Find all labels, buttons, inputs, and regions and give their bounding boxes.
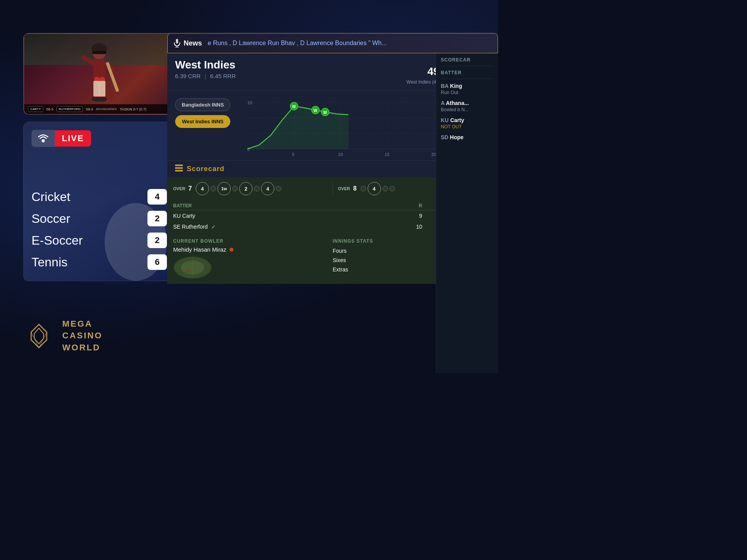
sport-item-esoccer[interactable]: E-Soccer 2 — [32, 229, 167, 251]
ball-indicator — [230, 248, 233, 252]
col-r: R — [399, 203, 422, 208]
player-rutherford: RUTHERFORD — [56, 106, 83, 112]
over7-group: OVER 7 4 1w 2 4 — [173, 182, 328, 195]
bowler-label: CURRENT BOWLER — [173, 238, 333, 244]
player3-name: KU Carty — [441, 117, 493, 123]
ball-4a: 4 — [196, 182, 209, 195]
svg-text:5: 5 — [292, 152, 295, 157]
player1-status: Run Out — [441, 90, 493, 95]
svg-point-14 — [42, 139, 45, 142]
ball-4b: 4 — [261, 182, 274, 195]
svg-rect-9 — [93, 81, 100, 96]
svg-text:W: W — [323, 110, 327, 115]
batter2-name: SE Rutherford ✓ — [173, 224, 399, 230]
sport-name-esoccer: E-Soccer — [32, 233, 83, 248]
video-thumbnail[interactable]: CARTY 58-3 RUTHERFORD 59-3 BOUNDARIES TA… — [23, 33, 175, 115]
sport-count-cricket: 4 — [147, 189, 167, 205]
ball-dot4 — [276, 186, 281, 191]
svg-rect-43 — [175, 164, 183, 166]
chart-legend: Bangladesh INNS West Indies INNS — [175, 94, 230, 128]
bowler-taskin: TASKIN 0-7 (0.7) — [120, 107, 146, 111]
svg-text:W: W — [292, 105, 296, 109]
batter1-name: KU Carty — [173, 213, 399, 219]
col-batter: BATTER — [173, 203, 399, 208]
team-info: West Indies 6.39 CRR | 6.45 RRR — [175, 59, 407, 79]
sport-item-tennis[interactable]: Tennis 6 — [32, 251, 167, 273]
sidebar-player-2: A Athana... Bowled b N... — [441, 100, 493, 112]
player2-name: A Athana... — [441, 100, 493, 106]
sport-count-soccer: 2 — [147, 211, 167, 226]
pitch-visual — [173, 256, 212, 279]
news-bar: News e Runs , D Lawrence Run Bhav , D La… — [167, 33, 498, 53]
live-badge: LIVE — [32, 130, 91, 147]
logo-text: MEGA CASINO WORLD — [62, 318, 103, 354]
bowler-name: Mehidy Hasan Miraz — [173, 246, 333, 253]
batter1-r: 9 — [399, 213, 422, 219]
casino-logo-icon — [23, 320, 54, 352]
sport-item-cricket[interactable]: Cricket 4 — [32, 186, 167, 208]
sidebar-player-4: SD Hope — [441, 134, 493, 140]
ball-2: 2 — [239, 182, 253, 195]
sport-name-cricket: Cricket — [32, 190, 70, 204]
svg-point-49 — [186, 269, 189, 272]
scorecard-text: Scorecard — [187, 165, 224, 173]
sidebar-batter-header: BATTER — [441, 70, 493, 79]
ball-dot1 — [210, 186, 216, 191]
bowler-section: CURRENT BOWLER Mehidy Hasan Miraz — [173, 238, 333, 281]
svg-text:15: 15 — [385, 152, 389, 157]
player1-name: BA King — [441, 83, 493, 89]
score2-display: 59-3 — [86, 107, 93, 111]
sports-list: Cricket 4 Soccer 2 E-Soccer 2 Tennis 6 — [32, 186, 167, 273]
svg-rect-44 — [175, 167, 183, 169]
over8-number: 8 — [353, 185, 357, 192]
batting-indicator: ✓ — [211, 224, 216, 230]
ball-dot6 — [382, 186, 388, 191]
sport-name-tennis: Tennis — [32, 255, 68, 270]
sidebar-player-1: BA King Run Out — [441, 83, 493, 95]
over7-label: OVER — [173, 186, 185, 191]
svg-text:10: 10 — [247, 100, 252, 105]
svg-rect-18 — [176, 39, 178, 44]
over-divider — [333, 183, 333, 194]
player3-status: NOT OUT — [441, 124, 493, 130]
ball-dot2 — [232, 186, 238, 191]
ball-4c: 4 — [368, 182, 381, 195]
player-carty: CARTY — [28, 106, 43, 112]
player-figure — [76, 40, 123, 102]
main-panel: News e Runs , D Lawrence Run Bhav , D La… — [167, 33, 498, 373]
over8-label: OVER — [338, 186, 350, 191]
svg-text:W: W — [314, 108, 317, 113]
scorecard-icon — [175, 164, 183, 173]
sport-name-soccer: Soccer — [32, 212, 70, 226]
west-indies-inns-btn[interactable]: West Indies INNS — [175, 115, 230, 128]
ball-dot5 — [361, 186, 366, 191]
logo-section: MEGA CASINO WORLD — [23, 318, 103, 354]
microphone-icon — [174, 39, 181, 47]
right-sidebar: SCORECAR BATTER BA King Run Out A Athana… — [436, 53, 498, 373]
svg-rect-45 — [175, 170, 183, 172]
score-display: 58-3 — [46, 107, 53, 111]
bangladesh-inns-btn[interactable]: Bangladesh INNS — [175, 98, 230, 111]
sport-item-soccer[interactable]: Soccer 2 — [32, 208, 167, 229]
broadcast-icon — [37, 133, 49, 144]
left-panel: CARTY 58-3 RUTHERFORD 59-3 BOUNDARIES TA… — [23, 33, 175, 281]
video-overlay: CARTY 58-3 RUTHERFORD 59-3 BOUNDARIES TA… — [24, 104, 174, 114]
svg-rect-2 — [92, 51, 106, 54]
live-text: LIVE — [55, 130, 91, 147]
svg-rect-10 — [99, 81, 105, 96]
sidebar-player-3: KU Carty NOT OUT — [441, 117, 493, 130]
svg-rect-3 — [93, 59, 105, 78]
team-name: West Indies — [175, 59, 407, 71]
news-ticker: e Runs , D Lawrence Run Bhav , D Lawrenc… — [208, 40, 387, 47]
ball-dot3 — [254, 186, 260, 191]
svg-text:10: 10 — [338, 152, 343, 157]
crr-rrr: 6.39 CRR | 6.45 RRR — [175, 73, 407, 79]
svg-marker-31 — [247, 106, 349, 149]
sport-count-tennis: 6 — [147, 254, 167, 270]
live-panel: LIVE Cricket 4 Soccer 2 E-Soccer 2 Tenni… — [23, 122, 175, 281]
ball-1w: 1w — [217, 182, 231, 195]
boundaries-label: BOUNDARIES — [96, 107, 117, 111]
batter2-r: 10 — [399, 224, 422, 230]
over7-number: 7 — [188, 185, 192, 192]
news-label: News — [174, 39, 202, 47]
